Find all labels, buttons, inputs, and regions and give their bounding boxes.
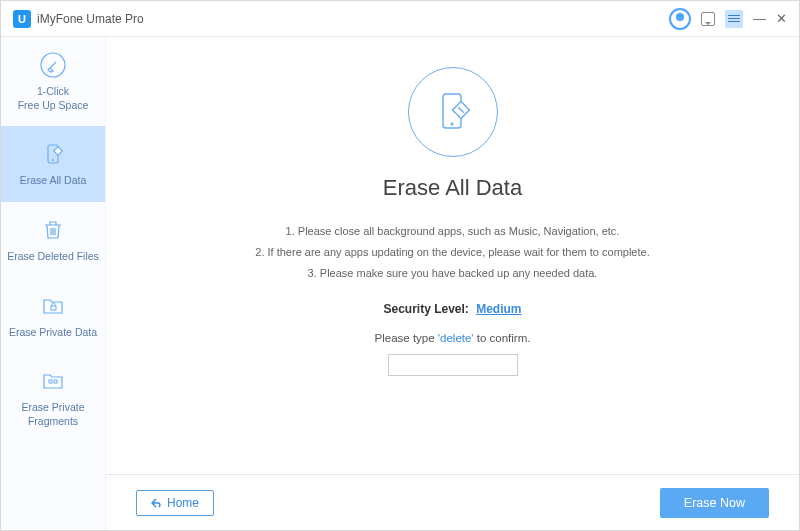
broom-icon: [39, 51, 67, 79]
titlebar: U iMyFone Umate Pro — ✕: [1, 1, 799, 37]
minimize-button[interactable]: —: [753, 11, 766, 26]
close-button[interactable]: ✕: [776, 11, 787, 26]
footer: Home Erase Now: [106, 474, 799, 530]
page-heading: Erase All Data: [383, 175, 522, 201]
instruction-line: 3. Please make sure you have backed up a…: [255, 263, 649, 284]
confirm-input[interactable]: [388, 354, 518, 376]
security-level-label: Security Level:: [383, 302, 468, 316]
svg-rect-5: [49, 380, 52, 383]
phone-erase-icon: [39, 140, 67, 168]
security-level: Security Level: Medium: [383, 302, 521, 316]
sidebar-item-label: Erase Private Data: [9, 326, 97, 340]
confirm-instruction: Please type 'delete' to confirm.: [375, 332, 531, 344]
folder-lock-icon: [39, 292, 67, 320]
home-button-label: Home: [167, 496, 199, 510]
svg-rect-6: [54, 380, 57, 383]
sidebar-item-erase-deleted-files[interactable]: Erase Deleted Files: [1, 202, 105, 278]
app-title: iMyFone Umate Pro: [37, 12, 144, 26]
menu-icon[interactable]: [725, 10, 743, 28]
feedback-icon[interactable]: [701, 12, 715, 26]
sidebar-item-free-up-space[interactable]: 1-Click Free Up Space: [1, 37, 105, 126]
svg-rect-3: [54, 147, 62, 155]
erase-now-button[interactable]: Erase Now: [660, 488, 769, 518]
sidebar-item-label: 1-Click Free Up Space: [18, 85, 89, 112]
back-arrow-icon: [151, 498, 163, 508]
sidebar-item-label: Erase All Data: [20, 174, 87, 188]
sidebar: 1-Click Free Up Space Erase All Data Era…: [1, 37, 106, 530]
sidebar-item-erase-private-data[interactable]: Erase Private Data: [1, 278, 105, 354]
folder-fragments-icon: [39, 367, 67, 395]
app-logo: U: [13, 10, 31, 28]
instructions: 1. Please close all background apps, suc…: [255, 221, 649, 284]
erase-all-data-illustration: [408, 67, 498, 157]
main-panel: Erase All Data 1. Please close all backg…: [106, 37, 799, 530]
svg-point-2: [52, 159, 54, 161]
instruction-line: 1. Please close all background apps, suc…: [255, 221, 649, 242]
security-level-link[interactable]: Medium: [476, 302, 521, 316]
sidebar-item-erase-private-fragments[interactable]: Erase Private Fragments: [1, 353, 105, 442]
home-button[interactable]: Home: [136, 490, 214, 516]
sidebar-item-label: Erase Private Fragments: [21, 401, 84, 428]
confirm-suffix: to confirm.: [477, 332, 531, 344]
trash-icon: [39, 216, 67, 244]
confirm-prefix: Please type: [375, 332, 435, 344]
instruction-line: 2. If there are any apps updating on the…: [255, 242, 649, 263]
sidebar-item-erase-all-data[interactable]: Erase All Data: [1, 126, 105, 202]
svg-rect-4: [51, 306, 56, 310]
account-icon[interactable]: [669, 8, 691, 30]
sidebar-item-label: Erase Deleted Files: [7, 250, 99, 264]
svg-point-8: [450, 123, 453, 126]
confirm-keyword: 'delete': [438, 332, 474, 344]
